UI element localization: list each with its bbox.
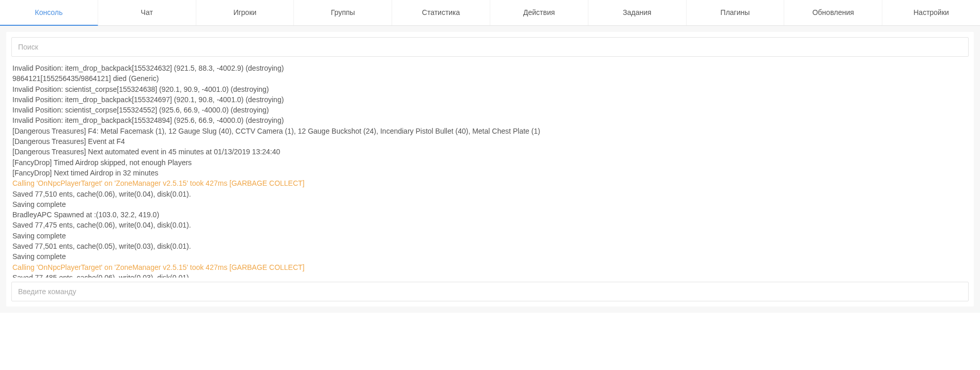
tab-bar: Консоль Чат Игроки Группы Статистика Дей… [0, 0, 980, 26]
tab-statistics[interactable]: Статистика [392, 0, 490, 25]
console-line: 9864121[155256435/9864121] died (Generic… [12, 73, 968, 84]
tab-actions[interactable]: Действия [490, 0, 588, 25]
search-input[interactable] [11, 37, 969, 57]
tab-groups[interactable]: Группы [294, 0, 392, 25]
console-line: [FancyDrop] Next timed Airdrop in 32 min… [12, 168, 968, 178]
tab-settings[interactable]: Настройки [882, 0, 980, 25]
command-input[interactable] [11, 282, 969, 301]
console-line: Saved 77,475 ents, cache(0.06), write(0.… [12, 220, 968, 230]
console-line: [Dangerous Treasures] Event at F4 [12, 136, 968, 147]
console-line: Saved 77,510 ents, cache(0.06), write(0.… [12, 189, 968, 199]
tab-plugins[interactable]: Плагины [687, 0, 785, 25]
tab-console[interactable]: Консоль [0, 0, 98, 26]
content-inner: Invalid Position: item_drop_backpack[155… [6, 32, 974, 307]
console-line: Invalid Position: scientist_corpse[15532… [12, 105, 968, 115]
content-area: Invalid Position: item_drop_backpack[155… [0, 26, 980, 313]
console-line: Invalid Position: item_drop_backpack[155… [12, 94, 968, 105]
tab-players[interactable]: Игроки [196, 0, 294, 25]
console-line: Saved 77,501 ents, cache(0.05), write(0.… [12, 241, 968, 251]
console-line: [Dangerous Treasures] Next automated eve… [12, 147, 968, 157]
console-line: Saved 77,485 ents, cache(0.06), write(0.… [12, 272, 968, 278]
console-line: Saving complete [12, 251, 968, 262]
console-line: BradleyAPC Spawned at :(103.0, 32.2, 419… [12, 210, 968, 220]
tab-tasks[interactable]: Задания [588, 0, 687, 25]
console-line: Saving complete [12, 199, 968, 210]
console-line: [Dangerous Treasures] F4: Metal Facemask… [12, 126, 968, 136]
console-output[interactable]: Invalid Position: item_drop_backpack[155… [11, 61, 969, 278]
console-line: Invalid Position: item_drop_backpack[155… [12, 115, 968, 125]
console-line: Invalid Position: scientist_corpse[15532… [12, 84, 968, 94]
console-line: Invalid Position: item_drop_backpack[155… [12, 63, 968, 73]
tab-updates[interactable]: Обновления [784, 0, 882, 25]
console-line: [FancyDrop] Timed Airdrop skipped, not e… [12, 157, 968, 168]
console-line: Calling 'OnNpcPlayerTarget' on 'ZoneMana… [12, 262, 968, 272]
tab-chat[interactable]: Чат [98, 0, 196, 25]
console-line: Saving complete [12, 231, 968, 241]
console-line: Calling 'OnNpcPlayerTarget' on 'ZoneMana… [12, 178, 968, 188]
